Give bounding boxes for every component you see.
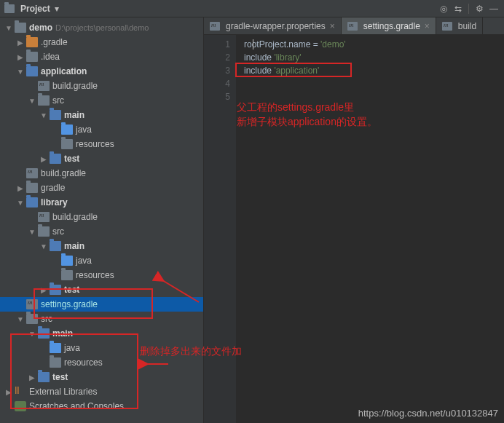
tree-item[interactable]: test bbox=[0, 151, 203, 166]
expand-arrow-icon[interactable] bbox=[38, 242, 50, 250]
project-tree[interactable]: demo D:\projects\personal\demo .gradle .… bbox=[0, 17, 203, 423]
tree-item[interactable]: main bbox=[0, 326, 203, 341]
folder-icon bbox=[38, 226, 50, 237]
tree-item[interactable]: .idea bbox=[0, 50, 203, 64]
gear-icon[interactable]: ⚙ bbox=[473, 3, 485, 15]
module-folder-icon bbox=[26, 197, 38, 207]
tree-item-label: settings.gradle bbox=[41, 299, 98, 309]
code-line bbox=[244, 90, 504, 103]
tab-build[interactable]: build bbox=[436, 17, 483, 34]
tree-item[interactable]: .gradle bbox=[0, 35, 203, 50]
project-icon bbox=[4, 4, 15, 13]
folder-icon bbox=[38, 95, 50, 106]
expand-arrow-icon[interactable] bbox=[15, 68, 26, 76]
resources-folder-icon bbox=[61, 270, 73, 280]
tree-item-label: resources bbox=[76, 270, 114, 280]
tree-item-label: gradle bbox=[41, 183, 65, 193]
tree-item[interactable]: src bbox=[0, 93, 203, 108]
tree-item[interactable]: main bbox=[0, 108, 203, 122]
tree-item[interactable]: java bbox=[0, 122, 203, 137]
tree-item[interactable]: application bbox=[0, 64, 203, 79]
folder-icon bbox=[50, 241, 61, 251]
collapse-arrow-icon[interactable] bbox=[38, 286, 50, 294]
gradle-file-icon bbox=[26, 168, 38, 178]
tree-item-label: java bbox=[64, 343, 80, 353]
tree-item[interactable]: resources bbox=[0, 355, 203, 370]
tab-label: build bbox=[458, 21, 476, 31]
tree-item[interactable]: resources bbox=[0, 268, 203, 282]
line-gutter: 1 2 3 4 5 bbox=[204, 35, 237, 423]
tree-item[interactable]: main bbox=[0, 239, 203, 253]
line-number: 1 bbox=[204, 38, 230, 51]
tree-item-selected[interactable]: settings.gradle bbox=[0, 297, 203, 312]
watermark: https://blog.csdn.net/u010132847 bbox=[358, 408, 498, 419]
collapse-icon[interactable]: — bbox=[488, 3, 500, 15]
tree-item[interactable]: test bbox=[0, 370, 203, 384]
target-icon[interactable]: ◎ bbox=[438, 3, 449, 15]
expand-arrow-icon[interactable] bbox=[26, 330, 38, 338]
tree-item[interactable]: src bbox=[0, 224, 203, 239]
tree-item[interactable]: build.gradle bbox=[0, 166, 203, 181]
expand-arrow-icon[interactable] bbox=[15, 315, 26, 323]
java-folder-icon bbox=[61, 256, 73, 266]
expand-arrow-icon[interactable] bbox=[15, 199, 26, 207]
tree-item-label: main bbox=[64, 241, 84, 251]
folder-icon bbox=[38, 372, 50, 382]
folder-icon bbox=[50, 285, 61, 295]
line-number: 3 bbox=[204, 64, 230, 77]
tab-gradle-wrapper[interactable]: gradle-wrapper.properties × bbox=[204, 17, 342, 34]
tab-label: settings.gradle bbox=[363, 21, 420, 31]
libraries-icon bbox=[15, 387, 26, 397]
line-number: 2 bbox=[204, 51, 230, 64]
tree-item-label: java bbox=[76, 124, 92, 135]
gradle-file-icon bbox=[347, 22, 358, 31]
collapse-arrow-icon[interactable] bbox=[38, 155, 50, 163]
tree-item[interactable]: library bbox=[0, 195, 203, 210]
project-dropdown-label[interactable]: Project bbox=[20, 4, 50, 14]
collapse-arrow-icon[interactable] bbox=[15, 53, 26, 61]
code-line: include 'library' bbox=[244, 51, 504, 64]
tab-settings-gradle[interactable]: settings.gradle × bbox=[342, 17, 436, 34]
expand-arrow-icon[interactable] bbox=[26, 97, 38, 105]
tree-root[interactable]: demo D:\projects\personal\demo bbox=[0, 20, 203, 35]
expand-arrow-icon[interactable] bbox=[38, 111, 50, 119]
module-folder-icon bbox=[26, 66, 38, 76]
toolbar-separator bbox=[468, 4, 469, 14]
line-number: 5 bbox=[204, 90, 230, 103]
scratches-icon bbox=[15, 401, 26, 411]
annotation-text: 新增子模块application的设置。 bbox=[237, 115, 377, 128]
chevron-down-icon[interactable]: ▾ bbox=[55, 4, 59, 14]
tree-item[interactable]: java bbox=[0, 253, 203, 268]
editor-body[interactable]: 1 2 3 4 5 rootProject.name = 'demo' incl… bbox=[204, 35, 504, 423]
collapse-arrow-icon[interactable] bbox=[15, 184, 26, 192]
close-icon[interactable]: × bbox=[330, 21, 335, 31]
expand-arrow-icon[interactable] bbox=[26, 228, 38, 236]
collapse-arrow-icon[interactable] bbox=[3, 388, 15, 396]
tree-external-libs[interactable]: External Libraries bbox=[0, 384, 203, 399]
tab-label: gradle-wrapper.properties bbox=[226, 21, 326, 31]
tree-item[interactable]: build.gradle bbox=[0, 79, 203, 93]
tree-item[interactable]: gradle bbox=[0, 181, 203, 195]
tree-item[interactable]: src bbox=[0, 312, 203, 326]
tree-item-label: resources bbox=[76, 139, 114, 149]
tree-item-label: build.gradle bbox=[52, 81, 98, 91]
tree-item-path: D:\projects\personal\demo bbox=[55, 23, 149, 32]
gradle-file-icon bbox=[26, 299, 38, 309]
tree-item[interactable]: resources bbox=[0, 137, 203, 151]
tree-item-label: src bbox=[52, 226, 64, 237]
tree-item-label: Scratches and Consoles bbox=[29, 401, 124, 411]
project-sidebar: demo D:\projects\personal\demo .gradle .… bbox=[0, 17, 204, 423]
close-icon[interactable]: × bbox=[425, 21, 430, 31]
collapse-arrow-icon[interactable] bbox=[15, 39, 26, 47]
tree-item-label: build.gradle bbox=[41, 168, 86, 178]
tree-item[interactable]: build.gradle bbox=[0, 210, 203, 224]
tree-item[interactable]: test bbox=[0, 282, 203, 297]
caret bbox=[253, 39, 253, 50]
tree-item-label: src bbox=[41, 314, 52, 324]
collapse-arrow-icon[interactable] bbox=[26, 373, 38, 382]
expand-arrow-icon[interactable] bbox=[3, 24, 15, 32]
tree-scratches[interactable]: Scratches and Consoles bbox=[0, 399, 203, 414]
tree-item[interactable]: java bbox=[0, 341, 203, 355]
expand-icon[interactable]: ⇆ bbox=[452, 3, 464, 15]
code-area[interactable]: rootProject.name = 'demo' include 'libra… bbox=[237, 35, 504, 423]
